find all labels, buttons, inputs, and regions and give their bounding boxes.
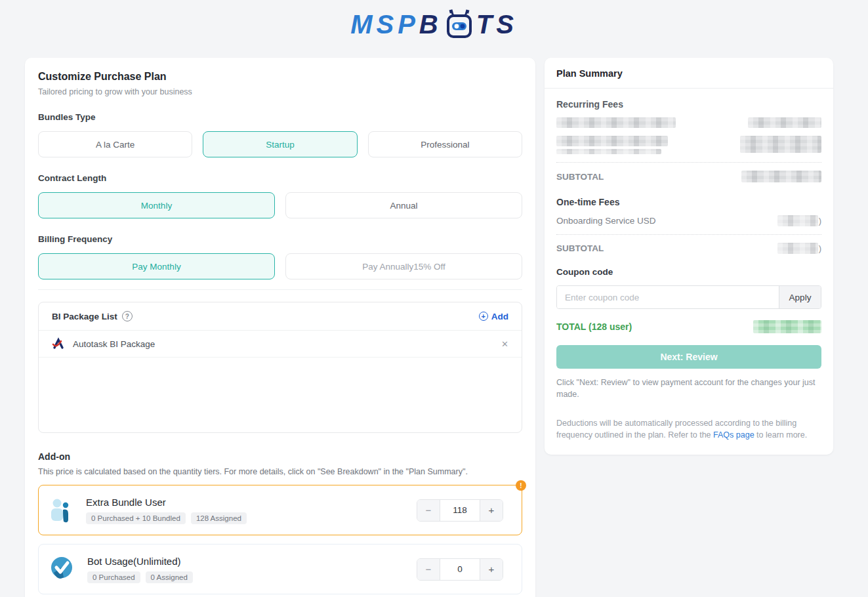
billing-option-pay-annually[interactable]: Pay Annually15% Off xyxy=(285,253,522,279)
quantity-input[interactable] xyxy=(440,500,480,521)
quantity-input[interactable] xyxy=(440,559,480,580)
add-package-label: Add xyxy=(491,312,508,321)
redacted-fee-value xyxy=(740,136,821,153)
header: MSP B TS xyxy=(0,9,868,39)
increment-button[interactable]: + xyxy=(480,500,503,521)
subtotal-label: SUBTOTAL xyxy=(556,172,604,182)
subtotal-row: SUBTOTAL xyxy=(556,171,821,182)
assigned-tag: 0 Assigned xyxy=(146,571,193,583)
bundle-user-icon xyxy=(49,496,73,525)
addon-card-bot-usage: Bot Usage(Unlimited) 0 Purchased 0 Assig… xyxy=(38,544,522,594)
onboarding-service-label: Onboarding Service USD xyxy=(556,216,656,226)
bi-package-list-title: BI Package List xyxy=(52,312,117,321)
increment-button[interactable]: + xyxy=(480,559,503,580)
dotted-divider xyxy=(556,162,821,163)
coupon-input-group: Apply xyxy=(556,285,821,309)
page-subtitle: Tailored pricing to grow with your busin… xyxy=(38,87,522,96)
bot-usage-icon xyxy=(49,555,74,584)
redacted-onboarding-value xyxy=(777,215,818,226)
deductions-note-tail: to learn more. xyxy=(754,430,808,440)
value-suffix: ) xyxy=(819,216,821,226)
quantity-stepper: − + xyxy=(417,558,503,581)
contract-length-label: Contract Length xyxy=(38,173,522,183)
next-review-button[interactable]: Next: Review xyxy=(556,345,821,369)
apply-coupon-button[interactable]: Apply xyxy=(779,286,821,308)
redacted-fee-subtext xyxy=(556,149,661,154)
autotask-icon xyxy=(52,337,65,350)
value-suffix: ) xyxy=(819,243,821,253)
warning-badge-icon[interactable]: ! xyxy=(516,480,526,491)
bundles-type-label: Bundles Type xyxy=(38,112,522,122)
logo-msp-text: MSP xyxy=(350,10,419,39)
billing-frequency-options: Pay Monthly Pay Annually15% Off xyxy=(38,253,522,279)
total-row: TOTAL (128 user) xyxy=(556,320,821,333)
contract-option-annual[interactable]: Annual xyxy=(285,192,522,218)
subtotal-label-2: SUBTOTAL xyxy=(556,243,604,253)
redacted-subtotal2-value xyxy=(777,243,818,254)
bundle-option-professional[interactable]: Professional xyxy=(368,131,522,157)
onetime-fees-label: One-time Fees xyxy=(556,197,821,207)
bi-package-list-box: BI Package List ? + Add Autotask BI Pack… xyxy=(38,302,522,433)
purchased-bundled-tag: 0 Purchased + 10 Bundled xyxy=(86,512,186,524)
addon-title: Add-on xyxy=(38,451,522,462)
addon-note: This price is calculated based on the qu… xyxy=(38,467,522,476)
assigned-tag: 128 Assigned xyxy=(191,512,247,524)
addon-name: Extra Bundle User xyxy=(86,497,403,508)
billing-option-pay-monthly[interactable]: Pay Monthly xyxy=(38,253,275,279)
total-label: TOTAL (128 user) xyxy=(556,321,632,332)
onboarding-row: Onboarding Service USD ) xyxy=(556,215,821,226)
plus-circle-icon: + xyxy=(479,312,488,321)
recurring-fee-row xyxy=(556,136,821,154)
plan-summary-panel: Plan Summary Recurring Fees SUBTOTAL One… xyxy=(545,58,833,455)
subtotal-row-2: SUBTOTAL ) xyxy=(556,243,821,254)
next-review-note: Click "Next: Review" to view payment acc… xyxy=(556,377,821,400)
decrement-button[interactable]: − xyxy=(417,500,440,521)
decrement-button[interactable]: − xyxy=(417,559,440,580)
coupon-code-label: Coupon code xyxy=(556,267,821,277)
remove-package-icon[interactable]: ✕ xyxy=(501,339,508,349)
addon-card-extra-bundle-user: ! Extra Bundle User 0 Purchased + 10 Bun… xyxy=(38,485,522,535)
quantity-stepper: − + xyxy=(417,499,503,522)
logo-b-text: B xyxy=(419,10,442,39)
plan-summary-title: Plan Summary xyxy=(545,58,833,89)
recurring-fees-label: Recurring Fees xyxy=(556,99,821,110)
faqs-page-link[interactable]: FAQs page xyxy=(713,430,754,440)
redacted-total-value xyxy=(753,320,821,333)
redacted-fee-name xyxy=(556,136,668,146)
billing-frequency-label: Billing Frequency xyxy=(38,234,522,244)
redacted-fee-value xyxy=(748,117,821,128)
bundle-option-startup[interactable]: Startup xyxy=(203,131,357,157)
page-title: Customize Purchase Plan xyxy=(38,71,522,83)
addon-name: Bot Usage(Unlimited) xyxy=(87,556,403,567)
redacted-fee-name xyxy=(556,117,676,128)
bundle-option-a-la-carte[interactable]: A la Carte xyxy=(38,131,192,157)
bi-package-list-header: BI Package List ? + Add xyxy=(39,302,522,331)
recurring-fee-row xyxy=(556,117,821,128)
bi-package-name: Autotask BI Package xyxy=(73,339,493,349)
bundles-type-options: A la Carte Startup Professional xyxy=(38,131,522,157)
logo-ts-text: TS xyxy=(476,10,518,39)
mspbots-logo: MSP B TS xyxy=(350,9,518,39)
coupon-code-input[interactable] xyxy=(557,286,779,308)
help-icon[interactable]: ? xyxy=(122,311,133,321)
customize-plan-panel: Customize Purchase Plan Tailored pricing… xyxy=(25,58,535,597)
add-package-button[interactable]: + Add xyxy=(479,312,508,321)
redacted-subtotal-value xyxy=(741,171,821,182)
contract-option-monthly[interactable]: Monthly xyxy=(38,192,275,218)
purchased-tag: 0 Purchased xyxy=(87,571,140,583)
divider xyxy=(38,289,522,290)
deductions-note: Deductions will be automatically process… xyxy=(556,417,821,441)
robot-head-icon xyxy=(445,9,474,39)
dotted-divider xyxy=(556,234,821,235)
bi-package-list-item: Autotask BI Package ✕ xyxy=(39,331,522,358)
contract-length-options: Monthly Annual xyxy=(38,192,522,218)
